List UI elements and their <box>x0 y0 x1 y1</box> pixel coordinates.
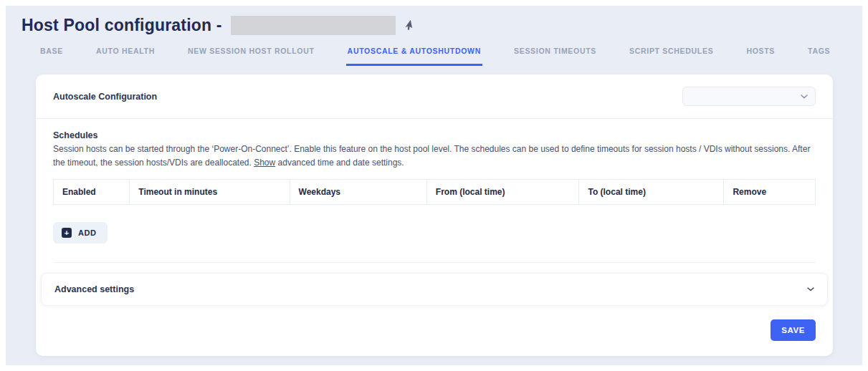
autoscale-card: Autoscale Configuration Schedules Sessio… <box>36 74 833 356</box>
autoscale-configuration-label: Autoscale Configuration <box>53 92 157 102</box>
pointer-icon[interactable] <box>406 21 415 31</box>
schedules-heading: Schedules <box>53 130 816 140</box>
column-header-from: From (local time) <box>426 180 579 205</box>
page-header: Host Pool configuration - <box>22 16 862 35</box>
schedules-table: Enabled Timeout in minutes Weekdays From… <box>53 179 816 205</box>
tab-tags[interactable]: TAGS <box>806 47 831 66</box>
schedules-description: Session hosts can be started through the… <box>53 143 816 169</box>
column-header-enabled: Enabled <box>54 180 130 205</box>
tab-autoscale-autoshutdown[interactable]: AUTOSCALE & AUTOSHUTDOWN <box>346 47 482 66</box>
tab-base[interactable]: BASE <box>39 47 65 66</box>
advanced-settings-accordion[interactable]: Advanced settings <box>41 273 828 306</box>
tab-new-session-host-rollout[interactable]: NEW SESSION HOST ROLLOUT <box>186 47 316 66</box>
column-header-remove: Remove <box>724 180 816 205</box>
chevron-down-icon <box>807 287 814 292</box>
save-button[interactable]: SAVE <box>771 319 816 341</box>
section-divider <box>53 262 816 263</box>
autoscale-config-select[interactable] <box>682 87 816 106</box>
schedules-description-tail: advanced time and date settings. <box>275 158 404 168</box>
add-schedule-button[interactable]: + ADD <box>53 222 108 244</box>
host-pool-configuration-page: Host Pool configuration - BASE AUTO HEAL… <box>6 6 862 365</box>
column-header-to: To (local time) <box>579 180 724 205</box>
host-pool-name-redacted <box>231 16 396 35</box>
schedules-section: Schedules Session hosts can be started t… <box>36 119 833 262</box>
add-button-label: ADD <box>78 228 97 237</box>
plus-icon: + <box>62 228 72 238</box>
chevron-down-icon <box>801 95 808 99</box>
card-footer: SAVE <box>36 306 833 356</box>
page-title: Host Pool configuration - <box>22 16 222 35</box>
schedules-table-header-row: Enabled Timeout in minutes Weekdays From… <box>54 180 816 205</box>
tab-session-timeouts[interactable]: SESSION TIMEOUTS <box>512 47 598 66</box>
column-header-timeout: Timeout in minutes <box>130 180 290 205</box>
advanced-settings-label: Advanced settings <box>54 284 134 294</box>
autoscale-configuration-row: Autoscale Configuration <box>36 74 833 119</box>
column-header-weekdays: Weekdays <box>290 180 426 205</box>
tab-script-schedules[interactable]: SCRIPT SCHEDULES <box>628 47 715 66</box>
tab-hosts[interactable]: HOSTS <box>745 47 776 66</box>
schedules-description-text: Session hosts can be started through the… <box>53 144 810 168</box>
show-advanced-settings-link[interactable]: Show <box>254 158 275 168</box>
tab-auto-health[interactable]: AUTO HEALTH <box>95 47 156 66</box>
tab-bar: BASE AUTO HEALTH NEW SESSION HOST ROLLOU… <box>39 47 862 66</box>
